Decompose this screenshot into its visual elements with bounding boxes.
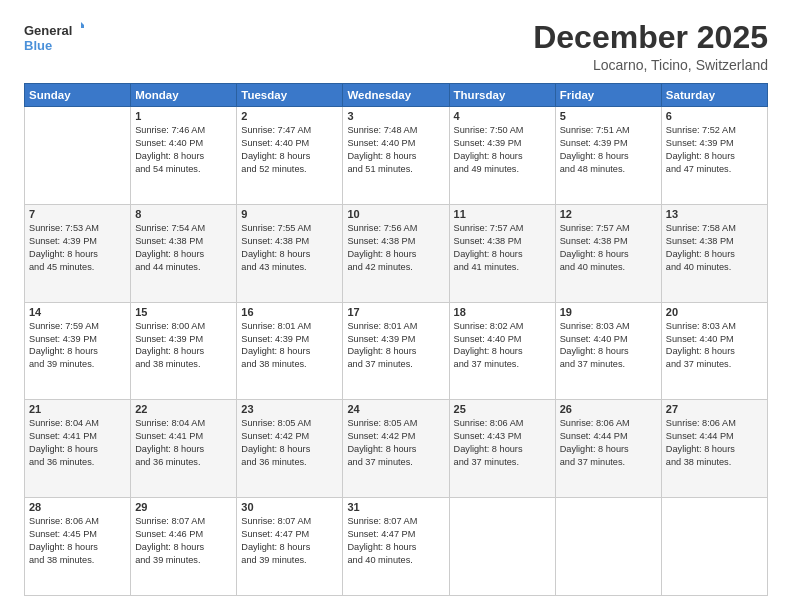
calendar-cell: 24Sunrise: 8:05 AMSunset: 4:42 PMDayligh… (343, 400, 449, 498)
calendar-cell: 9Sunrise: 7:55 AMSunset: 4:38 PMDaylight… (237, 204, 343, 302)
calendar-cell: 20Sunrise: 8:03 AMSunset: 4:40 PMDayligh… (661, 302, 767, 400)
page: General Blue December 2025 Locarno, Tici… (0, 0, 792, 612)
calendar-cell: 17Sunrise: 8:01 AMSunset: 4:39 PMDayligh… (343, 302, 449, 400)
calendar-cell: 28Sunrise: 8:06 AMSunset: 4:45 PMDayligh… (25, 498, 131, 596)
calendar-week-row: 28Sunrise: 8:06 AMSunset: 4:45 PMDayligh… (25, 498, 768, 596)
day-info: Sunrise: 8:06 AMSunset: 4:45 PMDaylight:… (29, 515, 126, 567)
location: Locarno, Ticino, Switzerland (533, 57, 768, 73)
day-number: 7 (29, 208, 126, 220)
day-info: Sunrise: 8:03 AMSunset: 4:40 PMDaylight:… (666, 320, 763, 372)
calendar-cell: 14Sunrise: 7:59 AMSunset: 4:39 PMDayligh… (25, 302, 131, 400)
svg-marker-2 (81, 22, 84, 28)
day-info: Sunrise: 8:06 AMSunset: 4:44 PMDaylight:… (666, 417, 763, 469)
day-number: 13 (666, 208, 763, 220)
day-number: 10 (347, 208, 444, 220)
day-info: Sunrise: 8:06 AMSunset: 4:43 PMDaylight:… (454, 417, 551, 469)
calendar-day-header: Sunday (25, 84, 131, 107)
day-info: Sunrise: 7:50 AMSunset: 4:39 PMDaylight:… (454, 124, 551, 176)
calendar-cell: 10Sunrise: 7:56 AMSunset: 4:38 PMDayligh… (343, 204, 449, 302)
day-info: Sunrise: 7:58 AMSunset: 4:38 PMDaylight:… (666, 222, 763, 274)
calendar-cell: 11Sunrise: 7:57 AMSunset: 4:38 PMDayligh… (449, 204, 555, 302)
calendar-cell: 1Sunrise: 7:46 AMSunset: 4:40 PMDaylight… (131, 107, 237, 205)
calendar-cell: 29Sunrise: 8:07 AMSunset: 4:46 PMDayligh… (131, 498, 237, 596)
day-info: Sunrise: 8:02 AMSunset: 4:40 PMDaylight:… (454, 320, 551, 372)
svg-text:Blue: Blue (24, 38, 52, 53)
day-info: Sunrise: 8:00 AMSunset: 4:39 PMDaylight:… (135, 320, 232, 372)
calendar-cell: 8Sunrise: 7:54 AMSunset: 4:38 PMDaylight… (131, 204, 237, 302)
logo: General Blue (24, 20, 84, 56)
calendar-cell: 18Sunrise: 8:02 AMSunset: 4:40 PMDayligh… (449, 302, 555, 400)
day-number: 21 (29, 403, 126, 415)
calendar-cell: 13Sunrise: 7:58 AMSunset: 4:38 PMDayligh… (661, 204, 767, 302)
svg-text:General: General (24, 23, 72, 38)
calendar-cell: 26Sunrise: 8:06 AMSunset: 4:44 PMDayligh… (555, 400, 661, 498)
calendar-cell: 31Sunrise: 8:07 AMSunset: 4:47 PMDayligh… (343, 498, 449, 596)
calendar-day-header: Friday (555, 84, 661, 107)
logo-svg: General Blue (24, 20, 84, 56)
day-info: Sunrise: 8:07 AMSunset: 4:46 PMDaylight:… (135, 515, 232, 567)
day-number: 16 (241, 306, 338, 318)
day-info: Sunrise: 7:57 AMSunset: 4:38 PMDaylight:… (560, 222, 657, 274)
calendar-week-row: 1Sunrise: 7:46 AMSunset: 4:40 PMDaylight… (25, 107, 768, 205)
day-info: Sunrise: 8:07 AMSunset: 4:47 PMDaylight:… (241, 515, 338, 567)
day-number: 18 (454, 306, 551, 318)
calendar-cell (555, 498, 661, 596)
day-number: 2 (241, 110, 338, 122)
day-info: Sunrise: 7:51 AMSunset: 4:39 PMDaylight:… (560, 124, 657, 176)
day-info: Sunrise: 7:46 AMSunset: 4:40 PMDaylight:… (135, 124, 232, 176)
calendar-cell: 23Sunrise: 8:05 AMSunset: 4:42 PMDayligh… (237, 400, 343, 498)
calendar-cell: 19Sunrise: 8:03 AMSunset: 4:40 PMDayligh… (555, 302, 661, 400)
calendar-cell: 30Sunrise: 8:07 AMSunset: 4:47 PMDayligh… (237, 498, 343, 596)
calendar-week-row: 7Sunrise: 7:53 AMSunset: 4:39 PMDaylight… (25, 204, 768, 302)
day-number: 1 (135, 110, 232, 122)
month-title: December 2025 (533, 20, 768, 55)
day-info: Sunrise: 7:53 AMSunset: 4:39 PMDaylight:… (29, 222, 126, 274)
calendar-week-row: 21Sunrise: 8:04 AMSunset: 4:41 PMDayligh… (25, 400, 768, 498)
day-number: 30 (241, 501, 338, 513)
day-number: 26 (560, 403, 657, 415)
day-info: Sunrise: 8:04 AMSunset: 4:41 PMDaylight:… (29, 417, 126, 469)
day-number: 24 (347, 403, 444, 415)
day-number: 28 (29, 501, 126, 513)
day-info: Sunrise: 8:04 AMSunset: 4:41 PMDaylight:… (135, 417, 232, 469)
calendar-day-header: Tuesday (237, 84, 343, 107)
day-info: Sunrise: 7:57 AMSunset: 4:38 PMDaylight:… (454, 222, 551, 274)
day-info: Sunrise: 8:05 AMSunset: 4:42 PMDaylight:… (347, 417, 444, 469)
calendar-cell: 7Sunrise: 7:53 AMSunset: 4:39 PMDaylight… (25, 204, 131, 302)
day-number: 19 (560, 306, 657, 318)
calendar-cell: 12Sunrise: 7:57 AMSunset: 4:38 PMDayligh… (555, 204, 661, 302)
calendar-cell: 6Sunrise: 7:52 AMSunset: 4:39 PMDaylight… (661, 107, 767, 205)
day-number: 14 (29, 306, 126, 318)
title-block: December 2025 Locarno, Ticino, Switzerla… (533, 20, 768, 73)
day-number: 4 (454, 110, 551, 122)
day-number: 20 (666, 306, 763, 318)
calendar-cell (25, 107, 131, 205)
calendar-day-header: Wednesday (343, 84, 449, 107)
day-number: 23 (241, 403, 338, 415)
day-number: 27 (666, 403, 763, 415)
day-info: Sunrise: 7:56 AMSunset: 4:38 PMDaylight:… (347, 222, 444, 274)
day-number: 8 (135, 208, 232, 220)
day-number: 3 (347, 110, 444, 122)
day-number: 25 (454, 403, 551, 415)
day-number: 11 (454, 208, 551, 220)
calendar-header-row: SundayMondayTuesdayWednesdayThursdayFrid… (25, 84, 768, 107)
day-info: Sunrise: 7:52 AMSunset: 4:39 PMDaylight:… (666, 124, 763, 176)
calendar-day-header: Thursday (449, 84, 555, 107)
calendar-cell: 27Sunrise: 8:06 AMSunset: 4:44 PMDayligh… (661, 400, 767, 498)
calendar-week-row: 14Sunrise: 7:59 AMSunset: 4:39 PMDayligh… (25, 302, 768, 400)
day-number: 15 (135, 306, 232, 318)
header: General Blue December 2025 Locarno, Tici… (24, 20, 768, 73)
day-info: Sunrise: 8:03 AMSunset: 4:40 PMDaylight:… (560, 320, 657, 372)
day-info: Sunrise: 8:07 AMSunset: 4:47 PMDaylight:… (347, 515, 444, 567)
day-info: Sunrise: 7:59 AMSunset: 4:39 PMDaylight:… (29, 320, 126, 372)
calendar-cell: 25Sunrise: 8:06 AMSunset: 4:43 PMDayligh… (449, 400, 555, 498)
day-info: Sunrise: 8:06 AMSunset: 4:44 PMDaylight:… (560, 417, 657, 469)
day-number: 9 (241, 208, 338, 220)
day-number: 29 (135, 501, 232, 513)
calendar-cell (661, 498, 767, 596)
calendar-cell: 3Sunrise: 7:48 AMSunset: 4:40 PMDaylight… (343, 107, 449, 205)
day-number: 6 (666, 110, 763, 122)
day-number: 12 (560, 208, 657, 220)
calendar-cell: 16Sunrise: 8:01 AMSunset: 4:39 PMDayligh… (237, 302, 343, 400)
